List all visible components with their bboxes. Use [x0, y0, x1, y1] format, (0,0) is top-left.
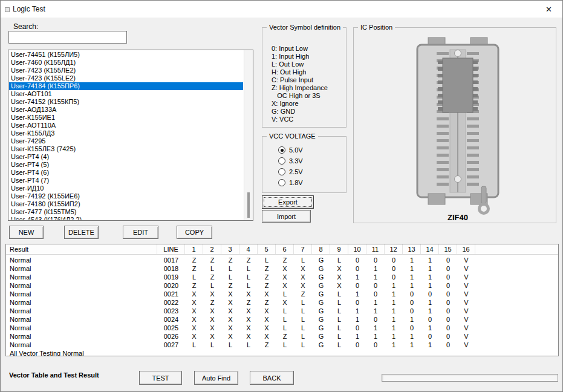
column-header-15[interactable]: 15	[439, 244, 457, 254]
device-list-item[interactable]: User-К155ЛД3	[9, 129, 243, 137]
column-header-filler	[475, 244, 558, 254]
result-row[interactable]: Normal0022XZXZZXLGL011010V	[6, 298, 558, 307]
column-header-7[interactable]: 7	[294, 244, 312, 254]
device-list-item[interactable]: User-ИД10	[9, 185, 243, 192]
result-row[interactable]: Normal0026XXXXXZLGL111100V	[6, 332, 558, 341]
column-header-5[interactable]: 5	[258, 244, 276, 254]
vector-symbol-line: 1: Input High	[272, 53, 343, 60]
result-row[interactable]: Normal0018ZLLLZXXGX010110V	[6, 264, 558, 273]
import-button[interactable]: Import	[262, 210, 311, 223]
result-row[interactable]: Normal0021XXXXXLZGL101000V	[6, 290, 558, 298]
vector-symbol-line: G: GND	[272, 108, 343, 116]
auto-find-button[interactable]: Auto Find	[194, 371, 238, 385]
column-header-9[interactable]: 9	[330, 244, 348, 254]
column-header-8[interactable]: 8	[312, 244, 330, 254]
device-list-item[interactable]: User-74184 (К155ПР6)	[9, 82, 243, 90]
vcc-option-5.0V[interactable]: 5.0V	[278, 145, 303, 155]
column-header-11[interactable]: 11	[366, 244, 385, 254]
device-list-item[interactable]: User-К155ИЕ1	[9, 114, 243, 122]
vcc-option-3.3V[interactable]: 3.3V	[278, 155, 303, 166]
edit-button[interactable]: EDIT	[123, 226, 158, 239]
back-button[interactable]: BACK	[250, 371, 294, 385]
column-header-16[interactable]: 16	[457, 244, 475, 254]
vector-symbol-line: Z: High Impedance	[272, 84, 343, 92]
device-list-item[interactable]: User-7423 (K155LE2)	[9, 74, 243, 82]
status-label: Vector Table and Test Result	[9, 371, 99, 379]
new-button[interactable]: NEW	[9, 226, 44, 239]
device-list-item[interactable]: User-7477 (К155ТМ5)	[9, 208, 243, 216]
column-header-3[interactable]: 3	[221, 244, 239, 254]
titlebar: Logic Test ✕	[1, 1, 562, 18]
column-header-10[interactable]: 10	[348, 244, 366, 254]
vcc-option-label: 3.3V	[289, 157, 303, 165]
scrollbar-thumb[interactable]	[247, 192, 250, 218]
device-list-item[interactable]: User-АОД133А	[9, 106, 243, 114]
vcc-option-label: 5.0V	[289, 146, 303, 154]
vector-symbol-line: C: Pulse Input	[272, 76, 343, 84]
column-header-6[interactable]: 6	[276, 244, 294, 254]
vcc-voltage-groupbox: VCC VOLTAGE 5.0V3.3V2.5V1.8V	[262, 136, 347, 193]
device-list-item[interactable]: User-7460 (К155ЛД1)	[9, 59, 243, 67]
search-input[interactable]	[8, 31, 127, 44]
vector-symbol-group-title: Vector Symbol definition	[267, 24, 343, 31]
result-row[interactable]: Normal0023XXXXXLLGL111010V	[6, 307, 558, 315]
device-list-item[interactable]: User-РТ4 (5)	[9, 161, 243, 169]
device-list-item[interactable]: User-РТ4 (6)	[9, 169, 243, 177]
device-list-item[interactable]: User-74451 (К155ЛИ5)	[9, 51, 243, 59]
radio-icon	[278, 168, 285, 175]
vcc-option-label: 1.8V	[289, 179, 303, 186]
vcc-voltage-options: 5.0V3.3V2.5V1.8V	[278, 145, 303, 188]
result-row[interactable]: Normal0025XXXXXLLGL011010V	[6, 324, 558, 332]
device-list-item[interactable]: User-К155ЛЕ3 (7425)	[9, 145, 243, 153]
result-row[interactable]: Normal0027LLLLZLLGL001110V	[6, 341, 558, 349]
result-table-header: ResultLINE12345678910111213141516	[6, 244, 558, 255]
table-footer-message: All Vector Testing Normal	[6, 349, 558, 356]
result-row[interactable]: Normal0019LZLLZXXGX110110V	[6, 273, 558, 281]
ic-position-groupbox: IC Position	[353, 27, 556, 223]
test-button[interactable]: TEST	[139, 371, 182, 385]
column-header-Result[interactable]: Result	[6, 244, 157, 254]
export-button[interactable]: Export	[262, 195, 314, 209]
device-list-item[interactable]: User-74295	[9, 137, 243, 145]
vcc-option-2.5V[interactable]: 2.5V	[278, 166, 303, 177]
column-header-LINE[interactable]: LINE	[157, 244, 185, 254]
device-listbox[interactable]: User-74451 (К155ЛИ5)User-7460 (К155ЛД1)U…	[8, 50, 253, 221]
vector-symbol-line: 0: Input Low	[272, 45, 343, 53]
vector-symbol-list: 0: Input Low1: Input HighL: Out LowH: Ou…	[272, 45, 343, 123]
column-header-13[interactable]: 13	[403, 244, 421, 254]
column-header-12[interactable]: 12	[385, 244, 403, 254]
result-table: ResultLINE12345678910111213141516 Normal…	[5, 244, 559, 356]
vector-symbol-groupbox: Vector Symbol definition 0: Input Low1: …	[262, 27, 347, 128]
device-list-item[interactable]: User-РТ4 (4)	[9, 153, 243, 161]
column-header-4[interactable]: 4	[239, 244, 258, 254]
radio-icon	[278, 146, 285, 154]
device-list-item[interactable]: User-АОТ101	[9, 90, 243, 98]
vcc-voltage-group-title: VCC VOLTAGE	[267, 132, 318, 140]
result-row[interactable]: Normal0017ZZZZLZLGL000110V	[6, 256, 558, 264]
vcc-option-label: 2.5V	[289, 168, 303, 175]
result-table-body: Normal0017ZZZZLZLGL000110VNormal0018ZLLL…	[6, 255, 558, 356]
ic-chip-graphic	[438, 58, 478, 113]
zif-socket-graphic	[406, 35, 509, 217]
device-list-item[interactable]: User-74180 (К155ИП2)	[9, 200, 243, 208]
result-row[interactable]: Normal0024XXXXXLLGL101100V	[6, 315, 558, 324]
vector-symbol-line: OC High or 3S	[272, 92, 343, 100]
result-row[interactable]: Normal0020ZLZLZXXGX001110V	[6, 281, 558, 290]
device-list-item[interactable]: User-7423 (К155ЛЕ2)	[9, 67, 243, 74]
column-header-1[interactable]: 1	[185, 244, 203, 254]
close-button[interactable]: ✕	[535, 1, 562, 18]
radio-icon	[278, 157, 285, 165]
device-list-item[interactable]: User-4543 (К176ИД2 2)	[9, 216, 243, 220]
vcc-option-1.8V[interactable]: 1.8V	[278, 177, 303, 188]
device-list-item[interactable]: User-74152 (К155КП5)	[9, 98, 243, 106]
delete-button[interactable]: DELETE	[64, 226, 99, 239]
device-list-item[interactable]: User-74192 (К155ИЕ6)	[9, 192, 243, 200]
list-scrollbar[interactable]	[244, 50, 253, 220]
column-header-2[interactable]: 2	[203, 244, 221, 254]
device-list-item[interactable]: User-РТ4 (7)	[9, 177, 243, 185]
copy-button[interactable]: COPY	[177, 226, 212, 239]
window-title: Logic Test	[13, 5, 45, 13]
vector-symbol-line: L: Out Low	[272, 60, 343, 68]
column-header-14[interactable]: 14	[421, 244, 439, 254]
device-list-item[interactable]: User-АОТ110А	[9, 122, 243, 129]
